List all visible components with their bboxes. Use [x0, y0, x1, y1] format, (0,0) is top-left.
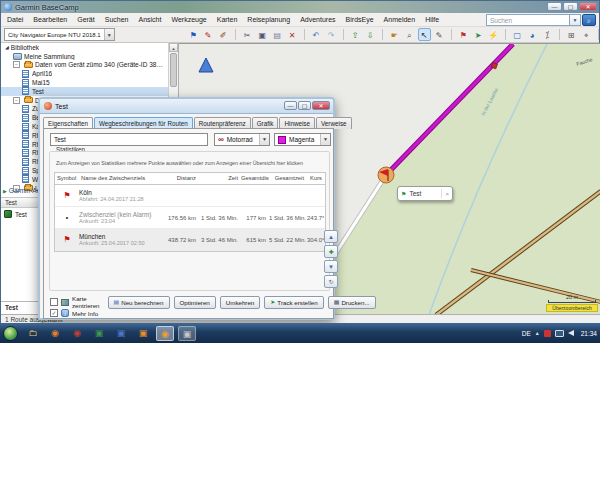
insert-flag-icon[interactable]: ⚑: [457, 28, 470, 41]
taskbar-app-green-icon[interactable]: ▣: [90, 326, 108, 341]
tooltip-close-icon[interactable]: ×: [445, 191, 449, 197]
send-to-device-icon[interactable]: ⇪: [349, 28, 362, 41]
route-name-input[interactable]: Test: [50, 133, 208, 146]
tree-item-bibliothek[interactable]: ◢Bibliothek: [1, 43, 168, 52]
dialog-title-bar[interactable]: Test — ▢ ✕: [40, 99, 333, 114]
measure-lightning-icon[interactable]: ⚡: [487, 28, 500, 41]
search-input[interactable]: Suchen: [486, 14, 570, 26]
tree-item-april16[interactable]: April16: [1, 69, 168, 78]
move-up-button[interactable]: ▲: [324, 230, 338, 243]
dialog-maximize-button[interactable]: ▢: [298, 101, 311, 110]
color-dropdown-arrow-icon[interactable]: ▼: [320, 134, 330, 145]
tree-expander-icon[interactable]: ◢: [5, 44, 9, 50]
menu-item-reiseplanung[interactable]: Reiseplanung: [247, 16, 290, 23]
network-icon[interactable]: [555, 330, 564, 337]
system-tray: DE ▲ 21:34: [522, 323, 597, 343]
taskbar-basecamp-icon[interactable]: ◉: [156, 326, 174, 341]
taskbar-app-red-icon[interactable]: ◉: [68, 326, 86, 341]
loop-button[interactable]: ↻: [324, 275, 338, 288]
dialog-minimize-button[interactable]: —: [284, 101, 297, 110]
move-down-button[interactable]: ▼: [324, 260, 338, 273]
pan-hand-icon[interactable]: ☛: [388, 28, 401, 41]
dialog-close-button[interactable]: ✕: [312, 101, 330, 110]
reverse-button[interactable]: Umkehren: [220, 296, 261, 309]
tray-red-app-icon[interactable]: [544, 330, 551, 337]
grid-icon[interactable]: ⊞: [565, 28, 578, 41]
tree-item-mai15[interactable]: Mai15: [1, 78, 168, 87]
close-button[interactable]: ✕: [579, 2, 597, 11]
menu-item-birdseye[interactable]: BirdsEye: [346, 16, 374, 23]
list-doc-icon: [22, 105, 29, 113]
tray-expand-icon[interactable]: ▲: [535, 330, 540, 336]
title-bar[interactable]: Garmin BaseCamp — ▢ ✕: [1, 1, 599, 13]
map-detail-square-icon[interactable]: ▢: [511, 28, 524, 41]
menu-item-ansicht[interactable]: Ansicht: [138, 16, 161, 23]
menu-item-bearbeiten[interactable]: Bearbeiten: [33, 16, 67, 23]
minimize-button[interactable]: —: [547, 2, 562, 11]
menu-item-werkzeuge[interactable]: Werkzeuge: [171, 16, 206, 23]
globe-icon[interactable]: ◕: [526, 28, 539, 41]
menu-item-suchen[interactable]: Suchen: [105, 16, 129, 23]
search-dropdown-arrow-icon[interactable]: ▼: [570, 14, 581, 26]
scroll-up-icon[interactable]: ▲: [169, 43, 178, 52]
draw-pencil-icon[interactable]: ✎: [433, 28, 446, 41]
volume-icon[interactable]: [568, 330, 574, 336]
delete-icon[interactable]: ✕: [286, 28, 299, 41]
color-select[interactable]: Magenta ▼: [274, 133, 331, 146]
statistics-hint[interactable]: Zum Anzeigen von Statistiken mehrere Pun…: [56, 160, 303, 166]
taskbar-app-blue-icon[interactable]: ▣: [112, 326, 130, 341]
taskbar-explorer-icon[interactable]: 🗀: [24, 326, 42, 341]
print-button[interactable]: ▦Drucken...: [328, 296, 376, 309]
tree-toggle-icon[interactable]: −: [13, 61, 20, 68]
vehicle-dropdown-arrow-icon[interactable]: ▼: [259, 134, 269, 145]
insert-point-button[interactable]: ✚: [324, 245, 338, 258]
search-button[interactable]: ⌕: [582, 14, 596, 26]
map-tooltip[interactable]: ⚑ Test ×: [397, 186, 453, 201]
paste-icon[interactable]: ▤: [271, 28, 284, 41]
menu-item-adventures[interactable]: Adventures: [300, 16, 335, 23]
create-track-button[interactable]: ➤Track erstellen: [264, 296, 323, 309]
undo-icon[interactable]: ↶: [310, 28, 323, 41]
taskbar-firefox-icon[interactable]: ◉: [46, 326, 64, 341]
redo-icon[interactable]: ↷: [325, 28, 338, 41]
tree-item-daten-vom-ger-t-z-mo-340[interactable]: −Daten vom Gerät zümo 340 (Geräte-ID 386…: [1, 61, 168, 70]
table-row[interactable]: ⚑MünchenAnkunft: 25.04.2017 02:50438.72 …: [55, 229, 325, 251]
scrollbar-thumb[interactable]: [170, 53, 177, 87]
binoculars-icon[interactable]: ⌖: [580, 28, 593, 41]
menu-item-anmelden[interactable]: Anmelden: [384, 16, 416, 23]
clock[interactable]: 21:34: [581, 330, 597, 337]
new-route-tool-icon[interactable]: ✎: [202, 28, 215, 41]
connect-points-icon[interactable]: ➤: [472, 28, 485, 41]
maximize-button[interactable]: ▢: [563, 2, 578, 11]
new-track-tool-icon[interactable]: ✐: [217, 28, 230, 41]
cut-icon[interactable]: ✂: [241, 28, 254, 41]
table-row[interactable]: ⚑KölnAbfahrt: 24.04.2017 21:28: [55, 185, 325, 207]
taskbar-app-orange-icon[interactable]: ▣: [134, 326, 152, 341]
menu-item-hilfe[interactable]: Hilfe: [425, 16, 439, 23]
vehicle-select[interactable]: ∞ Motorrad ▼: [214, 133, 270, 146]
table-row[interactable]: •Zwischenziel (kein Alarm)Ankunft: 23:04…: [55, 207, 325, 229]
more-info-checkbox[interactable]: ✓: [50, 309, 58, 317]
select-arrow-icon[interactable]: ↖: [418, 28, 431, 41]
list-doc-icon: [22, 114, 29, 122]
menu-item-datei[interactable]: Datei: [7, 16, 23, 23]
optimize-button[interactable]: Optimieren: [174, 296, 216, 309]
recalculate-button[interactable]: ▤Neu berechnen: [108, 296, 170, 309]
start-button[interactable]: [3, 326, 18, 341]
menu-item-gerät[interactable]: Gerät: [77, 16, 95, 23]
tree-item-meine-sammlung[interactable]: Meine Sammlung: [1, 52, 168, 61]
menu-item-karten[interactable]: Karten: [217, 16, 238, 23]
center-map-checkbox[interactable]: [50, 298, 58, 306]
map-product-dropdown-arrow-icon[interactable]: ▼: [104, 29, 114, 40]
tree-toggle-icon[interactable]: −: [13, 97, 20, 104]
tooltip-route-icon: ⚑: [401, 190, 406, 197]
receive-from-device-icon[interactable]: ⇩: [364, 28, 377, 41]
tree-item-test[interactable]: Test: [1, 87, 168, 96]
map-ratio-icon[interactable]: ⁒: [541, 28, 554, 41]
zoom-tool-icon[interactable]: ⌕: [403, 28, 416, 41]
new-waypoint-tool-icon[interactable]: ⚑: [187, 28, 200, 41]
taskbar-capture-icon[interactable]: ▣: [178, 326, 196, 341]
copy-icon[interactable]: ▣: [256, 28, 269, 41]
map-product-select[interactable]: City Navigator Europe NTU 2018.1 ▼: [4, 28, 115, 41]
language-indicator[interactable]: DE: [522, 330, 531, 337]
